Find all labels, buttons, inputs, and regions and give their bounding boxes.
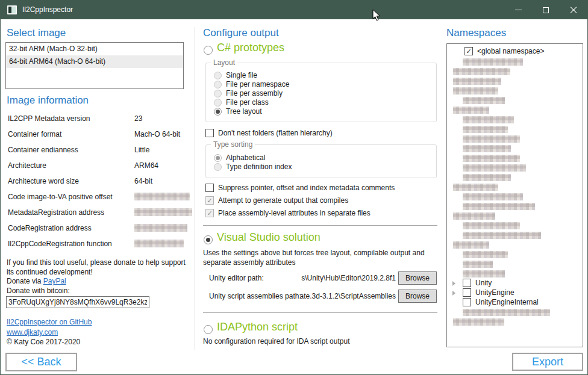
maximize-button[interactable] [532,1,560,19]
visual-studio-label[interactable]: Visual Studio solution [217,231,321,244]
namespace-item-redacted[interactable] [463,135,520,143]
separate-attributes-checkbox[interactable] [205,209,214,217]
donate-via-prefix: Donate via [7,277,43,285]
layout-option-label[interactable]: Tree layout [226,107,262,116]
csharp-prototypes-label[interactable]: C# prototypes [217,42,284,54]
image-list-item-selected[interactable]: 64-bit ARM64 (Mach-O 64-bit) [6,55,183,68]
namespace-item-redacted[interactable] [453,212,495,220]
info-value: ARM64 [134,161,158,170]
unityengine-label[interactable]: UnityEngine [475,288,514,297]
sorting-radio-type-definition-index[interactable] [214,163,222,171]
info-label: Container endianness [8,146,78,154]
layout-radio-file-per-assembly[interactable] [214,90,222,98]
namespaces-listbox[interactable]: <global namespace> Unity UnityEngine Uni… [446,43,583,347]
layout-radio-single-file[interactable] [214,72,222,79]
namespace-item-redacted[interactable] [463,116,514,123]
flatten-checkbox-label[interactable]: Don't nest folders (flatten hierarchy) [218,129,333,137]
unity-label[interactable]: Unity [475,279,492,287]
global-namespace-label[interactable]: <global namespace> [477,47,544,55]
close-button[interactable] [560,1,587,19]
unity-editor-browse-button[interactable]: Browse [398,271,437,285]
namespace-item-redacted[interactable] [453,87,498,95]
unityengineinternal-label[interactable]: UnityEngineInternal [475,298,539,306]
image-list-item[interactable]: 32-bit ARM (Mach-O 32-bit) [6,43,183,55]
copyright-text: © Katy Coe 2017-2020 [7,338,80,346]
info-row: Architecture word size 64-bit [8,177,186,187]
layout-option-label[interactable]: Single file [226,71,257,79]
column-separator [195,27,195,350]
unity-assemblies-path-value[interactable]: ate.3d-3.1.2\ScriptAssemblies [266,292,396,300]
compilable-output-label[interactable]: Attempt to generate output that compiles [218,196,348,205]
redacted-value [134,224,187,232]
namespace-item-redacted[interactable] [463,222,520,229]
layout-option-label[interactable]: File per assembly [226,89,283,98]
donate-via-line: Donate via PayPal [7,277,66,285]
layout-radio-file-per-class[interactable] [214,99,222,107]
info-row: Container endianness Little [8,146,186,155]
info-row: Il2CppCodeRegistration function [8,240,186,249]
website-link[interactable]: www.djkaty.com [7,328,58,336]
unity-checkbox[interactable] [463,279,471,287]
unity-assemblies-browse-button[interactable]: Browse [398,290,437,303]
idapython-label[interactable]: IDAPython script [217,321,298,333]
global-namespace-checkbox[interactable] [464,47,473,55]
namespace-item-redacted[interactable] [463,155,520,162]
unityengineinternal-checkbox[interactable] [463,298,471,306]
section-separator [203,312,437,313]
namespace-item-redacted[interactable] [463,261,493,268]
paypal-link[interactable]: PayPal [43,277,66,285]
idapython-radio[interactable] [204,325,213,334]
namespace-item-redacted[interactable] [463,126,508,133]
namespace-item-redacted[interactable] [453,78,501,85]
title-bar[interactable]: Il2CppInspector [1,1,587,19]
flatten-checkbox[interactable] [205,129,214,137]
expander-icon[interactable] [452,281,455,286]
namespace-item-redacted[interactable] [463,145,511,152]
namespace-item-redacted[interactable] [463,203,535,210]
info-row: Architecture ARM64 [8,161,186,171]
layout-option-label[interactable]: File per namespace [226,80,289,88]
namespace-item-redacted[interactable] [453,318,504,326]
csharp-prototypes-radio[interactable] [204,46,213,55]
unityengine-checkbox[interactable] [463,288,471,297]
namespace-item-redacted[interactable] [463,58,523,66]
namespace-item-redacted[interactable] [453,68,510,75]
app-icon [7,5,17,14]
namespace-item-redacted[interactable] [463,174,511,181]
layout-option-label[interactable]: File per class [226,98,269,107]
namespace-item-redacted[interactable] [453,184,498,191]
app-window: Il2CppInspector Select image 32-bit ARM … [0,0,588,375]
namespace-item-redacted[interactable] [463,270,505,277]
namespace-item-redacted[interactable] [453,107,489,114]
github-link[interactable]: Il2CppInspector on GitHub [7,318,92,326]
suppress-comments-checkbox[interactable] [205,184,214,192]
back-button[interactable]: << Back [5,353,77,371]
export-button[interactable]: Export [512,353,583,371]
separate-attributes-label[interactable]: Place assembly-level attributes in separ… [218,209,371,217]
unity-editor-path-value[interactable]: s\Unity\Hub\Editor\2019.2.8f1 [266,274,396,282]
namespace-item-redacted[interactable] [463,232,541,239]
visual-studio-radio[interactable] [204,235,213,244]
info-value: 64-bit [134,177,152,185]
namespace-item-redacted[interactable] [463,251,508,258]
layout-radio-tree-layout[interactable] [214,108,222,116]
namespace-item-redacted[interactable] [463,164,526,172]
namespace-item-redacted[interactable] [463,309,550,316]
sorting-option-label[interactable]: Alphabetical [226,153,265,162]
compilable-output-checkbox[interactable] [205,196,214,205]
sorting-option-label[interactable]: Type definition index [226,163,292,171]
namespace-item-redacted[interactable] [453,241,489,249]
suppress-comments-label[interactable]: Suppress pointer, offset and index metad… [218,184,395,192]
idapython-description: No configuration required for IDA script… [203,337,349,346]
namespace-item-redacted[interactable] [463,193,523,200]
info-label: Architecture word size [8,177,79,185]
info-value: 23 [134,114,142,123]
configure-output-heading: Configure output [203,27,279,39]
minimize-button[interactable] [504,1,532,19]
layout-radio-file-per-namespace[interactable] [214,81,222,88]
redacted-value [134,208,192,216]
sorting-radio-alphabetical[interactable] [214,154,222,162]
bitcoin-address-input[interactable] [6,296,149,308]
namespace-item-redacted[interactable] [463,97,505,104]
expander-icon[interactable] [452,291,455,296]
